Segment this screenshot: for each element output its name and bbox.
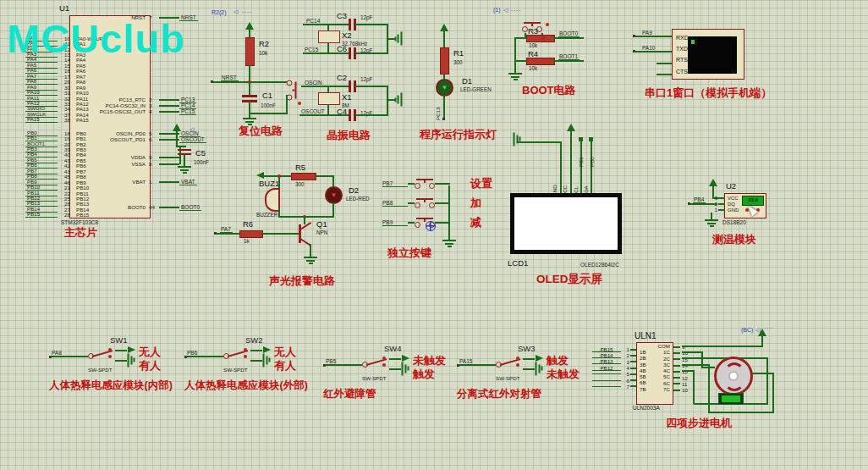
key-button[interactable] <box>415 198 435 209</box>
pin-label: 2C <box>651 356 670 362</box>
reset-annotation: R2(2) <box>212 9 227 15</box>
wire <box>249 65 250 82</box>
stepper-pin-row: 7 <box>592 384 637 390</box>
rnet: OSCOUT <box>179 136 206 143</box>
oled-display[interactable] <box>510 193 622 254</box>
rstub <box>159 139 179 141</box>
wire <box>772 373 774 412</box>
net-label: PB7 <box>382 180 408 187</box>
key-row: PB7 设置 <box>382 178 492 190</box>
stepper-pin-row: PB14 2 <box>592 352 637 358</box>
c5-value: 100nF <box>194 159 209 165</box>
pin-label: 7C <box>651 386 670 392</box>
wire-segment <box>459 364 496 366</box>
chip-pin-row: PA15 38 PA15 <box>25 118 103 123</box>
power-arrow-icon <box>758 329 766 336</box>
temp-part: DS18B20 <box>722 219 746 225</box>
switch-ref: SW2 <box>245 335 263 345</box>
wire <box>355 86 388 87</box>
resistor-r1[interactable] <box>440 47 449 75</box>
pin-label: 1B <box>640 349 646 355</box>
chip-part: STM32F103C8 <box>61 219 98 225</box>
wire <box>514 60 526 62</box>
virtual-terminal[interactable]: RXDTXDRTSCTS <box>672 29 744 80</box>
pin-label: PB15 <box>76 212 89 218</box>
net-label: PB15 <box>592 347 621 352</box>
wire <box>443 31 445 47</box>
wire <box>570 131 572 193</box>
wire-segment <box>408 202 415 204</box>
rlab: VSSA <box>73 161 149 167</box>
mcuclub-watermark: MCUclub <box>7 15 185 62</box>
stepper-motor[interactable] <box>714 357 753 395</box>
ground-icon <box>395 32 403 46</box>
pin-number: 3 <box>711 196 718 201</box>
power-flag-icon: ◁ <box>233 8 238 15</box>
crystal-caption: 晶振电路 <box>327 128 371 143</box>
pin-label: 2B <box>640 355 646 361</box>
terminal-pin-label: TXD <box>676 43 689 54</box>
u2-ref: U2 <box>726 181 736 191</box>
terminal-screen <box>688 36 737 74</box>
nrst-net-label: NRST <box>221 75 239 81</box>
rstub <box>159 99 179 101</box>
wire <box>635 51 672 53</box>
ground-icon <box>402 362 409 376</box>
pin-label: VCC <box>725 196 739 201</box>
spdt-switch[interactable] <box>223 347 249 361</box>
r1-ref: R1 <box>453 48 464 58</box>
r6-ref: R6 <box>243 219 253 229</box>
motor-display <box>718 393 744 405</box>
net-label <box>592 380 621 381</box>
wire <box>387 86 388 116</box>
c4-ref: C4 <box>337 107 347 116</box>
resistor-r6[interactable] <box>239 230 263 238</box>
rlab: VBAT <box>73 179 149 185</box>
q1-value: NPN <box>316 229 327 235</box>
net-label: PA15 <box>25 117 58 123</box>
wire-segment <box>408 222 415 224</box>
uln1-ref: ULN1 <box>635 331 656 340</box>
pin-number: 7 <box>621 384 630 390</box>
ground-icon <box>304 257 317 264</box>
led-d2: ▼ <box>325 186 343 204</box>
wire <box>708 412 774 413</box>
resistor-r5[interactable] <box>291 173 316 180</box>
rrow: VSSA8 <box>73 161 179 167</box>
stepper-annotation: (BC) <box>741 327 753 333</box>
resistor-r2[interactable] <box>245 37 255 66</box>
d1-value: LED-GREEN <box>460 86 492 92</box>
pin-label: 3B <box>640 362 646 368</box>
wire <box>332 202 334 217</box>
ground-icon <box>395 93 403 107</box>
pin-number: 5 <box>621 371 630 377</box>
wire-segment <box>673 383 680 384</box>
wire <box>766 357 768 404</box>
rnet: BOOT0 <box>179 204 201 211</box>
d2-value: LED-RED <box>346 196 370 202</box>
resistor-r3[interactable] <box>526 35 555 42</box>
seg-inner <box>722 395 740 402</box>
resistor-r4[interactable] <box>526 58 555 65</box>
r5-ref: R5 <box>295 163 305 172</box>
key-button[interactable] <box>415 179 435 190</box>
spdt-switch[interactable] <box>362 356 387 369</box>
wire-segment <box>408 183 415 185</box>
wire <box>682 370 694 372</box>
spdt-switch[interactable] <box>496 356 521 369</box>
net-label: PB9 <box>382 219 408 226</box>
rrow: OSCOUT_PD16OSCOUT <box>73 136 206 142</box>
net-label <box>592 373 621 374</box>
pin-label: 1C <box>651 349 670 355</box>
boot-caption: BOOT电路 <box>522 83 576 98</box>
spdt-switch[interactable] <box>88 347 113 361</box>
terminal-cursor-icon <box>691 40 695 44</box>
pin-label: COM <box>651 343 670 349</box>
power-arrow-icon <box>567 124 575 131</box>
pin-label: 7B <box>640 386 646 392</box>
state-down-label: 未触发 <box>547 367 580 382</box>
bar <box>295 82 297 99</box>
switch-ref: SW3 <box>518 344 536 353</box>
rrow: BOOT044BOOT0 <box>73 204 201 210</box>
rstub <box>159 181 179 183</box>
